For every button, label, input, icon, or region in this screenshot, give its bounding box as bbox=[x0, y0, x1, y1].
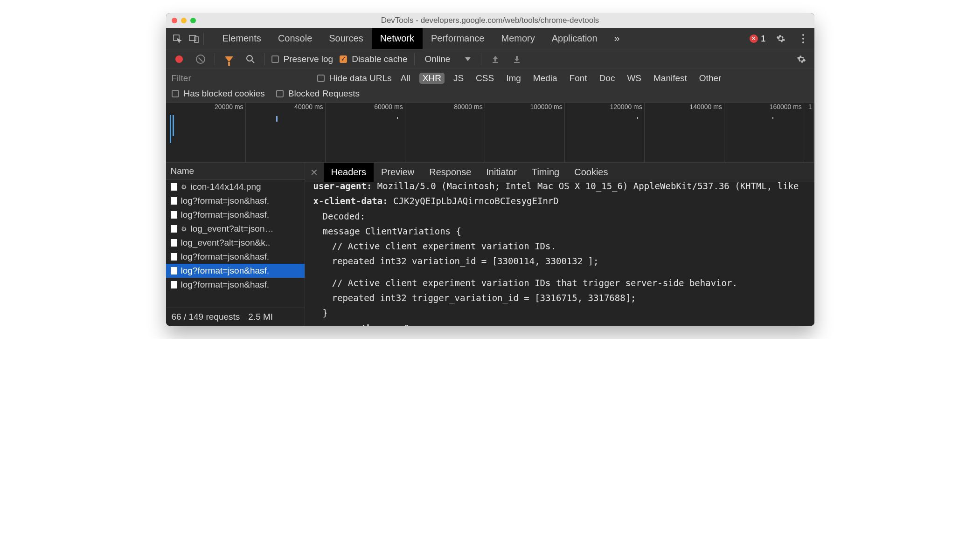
file-icon bbox=[171, 225, 177, 233]
decoded-label: Decoded: bbox=[313, 209, 806, 224]
upload-har-icon[interactable] bbox=[488, 52, 503, 67]
detail-tab-response[interactable]: Response bbox=[422, 163, 479, 182]
request-list-header[interactable]: Name bbox=[166, 163, 305, 180]
hide-data-urls-checkbox[interactable]: Hide data URLs bbox=[317, 73, 392, 83]
separator bbox=[215, 53, 215, 65]
filter-type-font[interactable]: Font bbox=[566, 73, 591, 84]
request-detail-panel: ✕ Headers Preview Response Initiator Tim… bbox=[305, 163, 814, 326]
blocked-requests-checkbox[interactable]: Blocked Requests bbox=[276, 89, 360, 99]
detail-tab-cookies[interactable]: Cookies bbox=[567, 163, 615, 182]
separator bbox=[264, 53, 265, 65]
network-toolbar: Preserve log ✓ Disable cache Online bbox=[166, 49, 814, 69]
filter-type-media[interactable]: Media bbox=[530, 73, 561, 84]
header-user-agent: user-agent: Mozilla/5.0 (Macintosh; Inte… bbox=[313, 182, 806, 193]
request-name: log_event?alt=json&k.. bbox=[181, 238, 271, 248]
blocked-requests-label: Blocked Requests bbox=[288, 89, 360, 99]
network-settings-icon[interactable] bbox=[794, 52, 809, 67]
error-count-badge[interactable]: ✕ 1 bbox=[750, 34, 766, 44]
download-har-icon[interactable] bbox=[509, 52, 524, 67]
request-row[interactable]: log?format=json&hasf. bbox=[166, 194, 305, 208]
tab-elements[interactable]: Elements bbox=[214, 28, 270, 49]
request-name: log?format=json&hasf. bbox=[181, 196, 270, 206]
separator bbox=[203, 33, 204, 45]
preserve-log-label: Preserve log bbox=[284, 54, 334, 64]
request-row[interactable]: log?format=json&hasf. bbox=[166, 208, 305, 222]
has-blocked-cookies-checkbox[interactable]: Has blocked cookies bbox=[172, 89, 265, 99]
tab-network[interactable]: Network bbox=[372, 28, 423, 49]
decoded-line: repeated int32 variation_id = [3300114, … bbox=[313, 254, 806, 268]
checkbox-icon bbox=[271, 55, 279, 63]
timeline-mark bbox=[637, 117, 638, 119]
svg-line-4 bbox=[252, 61, 254, 63]
tab-memory[interactable]: Memory bbox=[493, 28, 543, 49]
checkbox-icon bbox=[317, 75, 325, 82]
request-row[interactable]: ⚙log_event?alt=json… bbox=[166, 222, 305, 236]
decoded-line: } bbox=[313, 305, 806, 320]
request-row[interactable]: log_event?alt=json&k.. bbox=[166, 236, 305, 250]
settings-icon[interactable] bbox=[773, 31, 788, 46]
detail-tab-headers[interactable]: Headers bbox=[324, 163, 374, 182]
timeline-overview[interactable]: 20000 ms 40000 ms 60000 ms 80000 ms 1000… bbox=[166, 103, 814, 163]
filter-type-other[interactable]: Other bbox=[696, 73, 725, 84]
detail-tab-timing[interactable]: Timing bbox=[524, 163, 567, 182]
error-icon: ✕ bbox=[750, 34, 758, 43]
filter-type-xhr[interactable]: XHR bbox=[419, 73, 445, 84]
filter-type-ws[interactable]: WS bbox=[624, 73, 645, 84]
clear-button[interactable] bbox=[193, 52, 208, 67]
request-list-panel: Name ⚙icon-144x144.png log?format=json&h… bbox=[166, 163, 305, 326]
has-blocked-cookies-label: Has blocked cookies bbox=[184, 89, 265, 99]
request-list[interactable]: ⚙icon-144x144.png log?format=json&hasf. … bbox=[166, 180, 305, 308]
tab-sources[interactable]: Sources bbox=[320, 28, 371, 49]
tab-console[interactable]: Console bbox=[270, 28, 320, 49]
file-icon bbox=[171, 183, 177, 191]
record-button[interactable] bbox=[172, 52, 187, 67]
svg-rect-2 bbox=[195, 37, 198, 42]
request-name: log?format=json&hasf. bbox=[181, 266, 270, 276]
filter-toggle-icon[interactable] bbox=[222, 52, 236, 67]
request-row[interactable]: log?format=json&hasf. bbox=[166, 250, 305, 264]
file-icon bbox=[171, 239, 177, 247]
network-split: Name ⚙icon-144x144.png log?format=json&h… bbox=[166, 163, 814, 326]
inspect-element-icon[interactable] bbox=[170, 31, 185, 46]
timeline-mark bbox=[772, 117, 773, 119]
request-row[interactable]: log?format=json&hasf. bbox=[166, 278, 305, 292]
titlebar: DevTools - developers.google.com/web/too… bbox=[166, 13, 814, 28]
gear-icon: ⚙ bbox=[181, 225, 187, 233]
header-x-client-data: x-client-data: CJK2yQEIpLbJAQirncoBCIesy… bbox=[313, 193, 806, 208]
filter-type-manifest[interactable]: Manifest bbox=[650, 73, 690, 84]
window-title: DevTools - developers.google.com/web/too… bbox=[166, 16, 814, 25]
tab-application[interactable]: Application bbox=[543, 28, 606, 49]
detail-tab-preview[interactable]: Preview bbox=[374, 163, 422, 182]
close-detail-icon[interactable]: ✕ bbox=[305, 167, 324, 178]
checkbox-icon bbox=[172, 90, 179, 97]
panel-tabs: Elements Console Sources Network Perform… bbox=[214, 28, 628, 49]
filter-type-img[interactable]: Img bbox=[503, 73, 524, 84]
request-row[interactable]: log?format=json&hasf. bbox=[166, 264, 305, 278]
decoded-line: // Active client experiment variation ID… bbox=[313, 275, 806, 290]
file-icon bbox=[171, 281, 177, 288]
disable-cache-checkbox[interactable]: ✓ Disable cache bbox=[340, 54, 407, 64]
menu-kebab-icon[interactable] bbox=[796, 31, 811, 46]
filter-type-doc[interactable]: Doc bbox=[596, 73, 619, 84]
search-icon[interactable] bbox=[243, 52, 258, 67]
filter-type-css[interactable]: CSS bbox=[473, 73, 497, 84]
filter-type-all[interactable]: All bbox=[397, 73, 414, 84]
filter-type-js[interactable]: JS bbox=[450, 73, 467, 84]
preserve-log-checkbox[interactable]: Preserve log bbox=[271, 54, 334, 64]
request-name: icon-144x144.png bbox=[191, 182, 261, 192]
throttling-select[interactable]: Online bbox=[421, 54, 475, 64]
filter-input[interactable]: Filter bbox=[172, 73, 312, 83]
request-name: log?format=json&hasf. bbox=[181, 210, 270, 220]
request-row[interactable]: ⚙icon-144x144.png bbox=[166, 180, 305, 194]
headers-body[interactable]: user-agent: Mozilla/5.0 (Macintosh; Inte… bbox=[305, 182, 814, 326]
svg-rect-6 bbox=[514, 62, 520, 63]
device-toggle-icon[interactable] bbox=[187, 31, 202, 46]
hide-data-urls-label: Hide data URLs bbox=[329, 73, 392, 83]
more-tabs-button[interactable] bbox=[606, 28, 628, 49]
request-name: log?format=json&hasf. bbox=[181, 280, 270, 290]
tab-performance[interactable]: Performance bbox=[423, 28, 493, 49]
detail-tab-initiator[interactable]: Initiator bbox=[479, 163, 524, 182]
throttling-value: Online bbox=[425, 54, 451, 64]
devtools-window: DevTools - developers.google.com/web/too… bbox=[166, 13, 814, 326]
svg-rect-5 bbox=[493, 62, 498, 63]
